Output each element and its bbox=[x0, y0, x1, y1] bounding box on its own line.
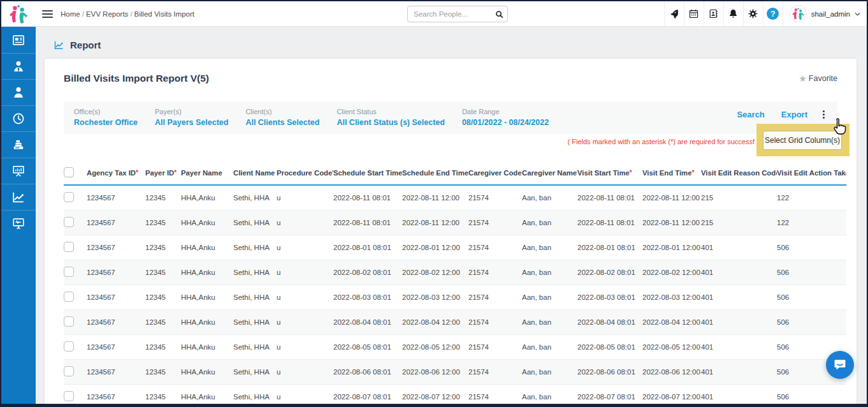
filter-list: Office(s)Rochester OfficePayer(s)All Pay… bbox=[74, 108, 566, 127]
row-checkbox[interactable] bbox=[64, 192, 74, 202]
app-logo[interactable] bbox=[1, 1, 36, 27]
sidebar-item-user-tie[interactable] bbox=[1, 53, 36, 79]
select-all-checkbox[interactable] bbox=[64, 167, 74, 177]
column-header-schedule-end-time[interactable]: Schedule End Time* bbox=[402, 161, 468, 185]
cell: Sethi, HHA bbox=[233, 359, 277, 384]
cell: 2022-08-02 08:01 bbox=[577, 260, 642, 285]
cell: 1234567 bbox=[87, 334, 145, 359]
cell: 2022-08-11 08:01 bbox=[577, 185, 642, 210]
row-checkbox[interactable] bbox=[64, 217, 74, 227]
export-button[interactable]: Export bbox=[781, 110, 807, 119]
line-chart-icon bbox=[11, 190, 25, 204]
cell: 2022-08-11 12:00 bbox=[402, 210, 468, 235]
column-header-schedule-start-time[interactable]: Schedule Start Time* bbox=[333, 161, 402, 185]
help-icon[interactable]: ? bbox=[763, 1, 783, 27]
column-header-visit-edit-reason-code[interactable]: Visit Edit Reason Code* bbox=[701, 161, 777, 185]
filter-value[interactable]: All Clients Selected bbox=[245, 118, 319, 127]
user-menu[interactable]: shail_admin bbox=[783, 1, 863, 27]
breadcrumb-item[interactable]: Home bbox=[61, 10, 80, 18]
sidebar-item-presentation-chart[interactable] bbox=[1, 158, 36, 184]
column-header-client-name[interactable]: Client Name bbox=[233, 161, 277, 185]
address-book-icon[interactable] bbox=[704, 1, 723, 27]
search-icon[interactable] bbox=[491, 10, 507, 19]
breadcrumb-item: Billed Visits Import bbox=[134, 10, 194, 18]
sidebar-item-cash-register[interactable] bbox=[1, 131, 36, 158]
row-checkbox[interactable] bbox=[64, 341, 74, 352]
cell: 215 bbox=[701, 185, 777, 210]
column-header-visit-start-time[interactable]: Visit Start Time* bbox=[577, 161, 642, 185]
cell: 2022-08-11 12:00 bbox=[402, 185, 468, 210]
table-row: 123456712345HHA,AnkuSethi, HHAu2022-08-0… bbox=[64, 309, 846, 334]
cell: Sethi, HHA bbox=[233, 285, 277, 309]
rocket-icon[interactable] bbox=[664, 1, 684, 27]
cell: 2022-08-03 08:01 bbox=[577, 285, 642, 309]
select-all-header-cell bbox=[64, 161, 87, 185]
cell: 2022-08-11 08:01 bbox=[577, 210, 642, 235]
gear-icon[interactable] bbox=[743, 1, 763, 27]
sidebar-item-user[interactable] bbox=[1, 79, 36, 105]
cell: 2022-08-05 12:00 bbox=[642, 334, 701, 359]
cell: 2022-08-03 12:00 bbox=[642, 285, 701, 309]
breadcrumb-item[interactable]: EVV Reports bbox=[86, 10, 128, 18]
select-grid-columns-menu-item[interactable]: Select Grid Column(s) bbox=[763, 131, 842, 150]
row-checkbox[interactable] bbox=[64, 316, 74, 327]
filter-office-s-: Office(s)Rochester Office bbox=[74, 108, 138, 127]
cell: u bbox=[277, 285, 333, 309]
filter-value[interactable]: 08/01/2022 - 08/24/2022 bbox=[462, 118, 549, 127]
row-select-cell bbox=[64, 359, 87, 384]
required-asterisk: * bbox=[691, 169, 694, 176]
table-row: 123456712345HHA,AnkuSethi, HHAu2022-08-0… bbox=[64, 260, 846, 285]
sidebar-item-newspaper[interactable] bbox=[1, 27, 36, 53]
main-content: Report Billed Visits Import Report V(5) … bbox=[36, 27, 867, 404]
cell: Aan, ban bbox=[522, 359, 577, 384]
row-checkbox[interactable] bbox=[64, 267, 74, 277]
cell: 506 bbox=[777, 260, 846, 285]
favorite-button[interactable]: ★ Favorite bbox=[799, 73, 837, 84]
filter-label: Office(s) bbox=[74, 108, 138, 115]
sidebar-item-clock[interactable] bbox=[1, 105, 36, 131]
favorite-label: Favorite bbox=[809, 74, 837, 83]
chat-launcher-button[interactable] bbox=[826, 351, 854, 379]
cell: 506 bbox=[777, 384, 846, 407]
cell: 2022-08-07 12:00 bbox=[402, 384, 468, 407]
filter-value[interactable]: All Payers Selected bbox=[155, 118, 228, 127]
clock-icon bbox=[11, 112, 25, 126]
topbar-actions: ? shail_admin bbox=[664, 1, 867, 27]
search-button[interactable]: Search bbox=[737, 110, 764, 119]
cell: 21574 bbox=[468, 210, 522, 235]
column-header-caregiver-name[interactable]: Caregiver Name* bbox=[522, 161, 577, 185]
kebab-menu-icon[interactable] bbox=[820, 109, 827, 120]
results-table: Agency Tax ID*Payer ID*Payer NameClient … bbox=[64, 161, 846, 407]
cell: u bbox=[277, 210, 333, 235]
hamburger-menu-icon[interactable] bbox=[42, 8, 53, 20]
column-header-procedure-code[interactable]: Procedure Code* bbox=[277, 161, 333, 185]
table-row: 123456712345HHA,AnkuSethi, HHAu2022-08-0… bbox=[64, 235, 846, 260]
cell: 506 bbox=[777, 309, 846, 334]
filter-value[interactable]: All Client Status (s) Selected bbox=[336, 118, 444, 127]
column-header-agency-tax-id[interactable]: Agency Tax ID* bbox=[87, 161, 145, 185]
user-icon bbox=[11, 85, 25, 100]
cell: 1234567 bbox=[87, 210, 145, 235]
column-header-visit-end-time[interactable]: Visit End Time* bbox=[642, 161, 701, 185]
sidebar-item-line-chart[interactable] bbox=[1, 184, 36, 210]
cell: 401 bbox=[701, 235, 777, 260]
row-checkbox[interactable] bbox=[64, 292, 74, 302]
filter-value[interactable]: Rochester Office bbox=[74, 118, 138, 127]
calendar-icon[interactable] bbox=[684, 1, 704, 27]
column-header-caregiver-code[interactable]: Caregiver Code* bbox=[468, 161, 522, 185]
sidebar-item-monitor[interactable] bbox=[1, 210, 36, 236]
required-fields-note: ( Fields marked with an asterisk (*) are… bbox=[45, 134, 857, 145]
people-search bbox=[407, 6, 508, 22]
row-checkbox[interactable] bbox=[64, 366, 74, 376]
cell: 2022-08-07 08:01 bbox=[333, 384, 402, 407]
cell: 12345 bbox=[145, 210, 181, 235]
column-header-visit-edit-action-taken[interactable]: Visit Edit Action Taken* bbox=[777, 161, 846, 185]
chat-bubble-icon bbox=[832, 357, 848, 373]
bell-icon[interactable] bbox=[723, 1, 743, 27]
cell: HHA,Anku bbox=[181, 384, 233, 407]
column-header-payer-name[interactable]: Payer Name bbox=[181, 161, 233, 185]
column-header-payer-id[interactable]: Payer ID* bbox=[145, 161, 181, 185]
row-checkbox[interactable] bbox=[64, 242, 74, 252]
search-input[interactable] bbox=[408, 10, 491, 18]
row-checkbox[interactable] bbox=[64, 391, 74, 401]
